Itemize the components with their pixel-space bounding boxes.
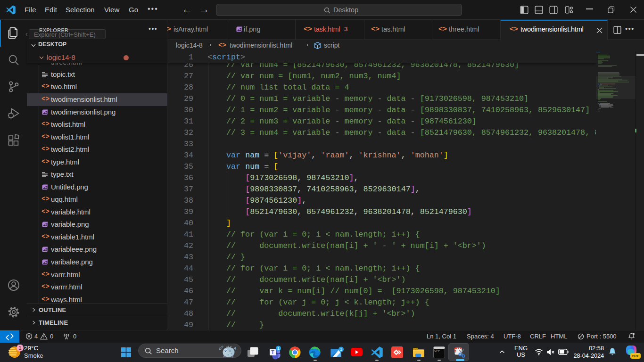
svg-text:PRE: PRE xyxy=(632,354,640,358)
svg-text:1: 1 xyxy=(340,347,342,352)
svg-text:1: 1 xyxy=(277,346,280,351)
svg-text:T: T xyxy=(271,349,274,355)
svg-text:1: 1 xyxy=(18,345,21,351)
